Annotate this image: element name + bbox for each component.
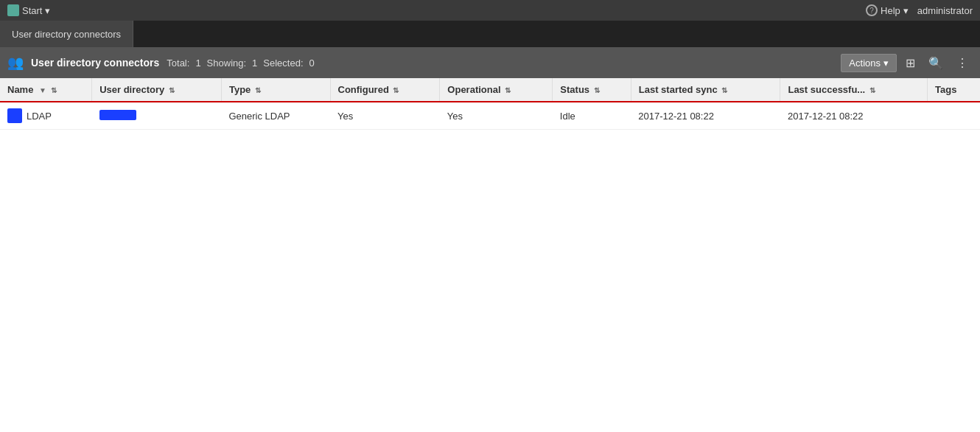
toolbar-right: Actions ▾ ⊞ 🔍 ⋮: [841, 53, 973, 73]
operational-value: Yes: [447, 111, 463, 122]
name-filter-icon[interactable]: ⇅: [51, 86, 57, 94]
showing-label: Showing:: [207, 58, 246, 69]
last-started-sync-value: 2017-12-21 08:22: [638, 111, 714, 122]
configured-filter-icon[interactable]: ⇅: [393, 86, 399, 94]
search-button[interactable]: 🔍: [924, 53, 948, 73]
col-tags: Tags: [928, 78, 980, 102]
more-options-button[interactable]: ⋮: [952, 53, 973, 73]
help-label: Help: [881, 5, 900, 16]
start-label: Start: [22, 5, 42, 16]
table-container: Name ▼ ⇅ User directory ⇅ Type ⇅ Configu…: [0, 78, 980, 130]
user-label: administrator: [917, 5, 973, 16]
col-last-started-sync-label: Last started sync: [639, 84, 718, 95]
selected-value: 0: [309, 58, 315, 69]
last-successful-value: 2017-12-21 08:22: [788, 111, 864, 122]
user-directory-filter-icon[interactable]: ⇅: [169, 86, 175, 94]
name-sort-icon[interactable]: ▼: [39, 86, 46, 94]
top-bar-left: Start ▾: [7, 4, 50, 16]
col-user-directory[interactable]: User directory ⇅: [92, 78, 222, 102]
col-user-directory-label: User directory: [99, 84, 164, 95]
configured-value: Yes: [337, 111, 353, 122]
table-row[interactable]: LDAP Generic LDAP Yes Yes Idle: [0, 102, 980, 130]
status-filter-icon[interactable]: ⇅: [594, 86, 600, 94]
toolbar-left: 👥 User directory connectors Total: 1 Sho…: [7, 55, 315, 71]
operational-filter-icon[interactable]: ⇅: [505, 86, 511, 94]
col-configured[interactable]: Configured ⇅: [330, 78, 440, 102]
toolbar-title: User directory connectors: [31, 57, 159, 69]
toolbar: 👥 User directory connectors Total: 1 Sho…: [0, 47, 980, 78]
breadcrumb-bar: User directory connectors: [0, 21, 980, 47]
last-successful-filter-icon[interactable]: ⇅: [869, 86, 875, 94]
actions-dropdown-icon: ▾: [883, 58, 889, 69]
col-status-label: Status: [560, 84, 589, 95]
col-last-successful-label: Last successfu...: [788, 84, 865, 95]
breadcrumb-tab-label: User directory connectors: [12, 29, 121, 40]
type-filter-icon[interactable]: ⇅: [255, 86, 261, 94]
user-directory-link[interactable]: [99, 110, 136, 120]
actions-button[interactable]: Actions ▾: [841, 54, 897, 72]
last-started-sync-filter-icon[interactable]: ⇅: [721, 86, 727, 94]
type-value: Generic LDAP: [228, 111, 290, 122]
connectors-icon: 👥: [7, 55, 24, 71]
row-checkbox[interactable]: [7, 108, 22, 123]
cell-user-directory: [92, 102, 222, 130]
name-value: LDAP: [27, 111, 52, 122]
top-bar: Start ▾ ? Help ▾ administrator: [0, 0, 980, 21]
col-type[interactable]: Type ⇅: [221, 78, 330, 102]
grid-view-button[interactable]: ⊞: [901, 53, 920, 73]
col-name[interactable]: Name ▼ ⇅: [0, 78, 92, 102]
top-bar-right: ? Help ▾ administrator: [866, 4, 973, 16]
cell-name: LDAP: [0, 102, 92, 130]
col-type-label: Type: [229, 84, 251, 95]
cell-configured: Yes: [330, 102, 440, 130]
cell-tags: [928, 102, 980, 130]
start-button[interactable]: Start ▾: [7, 4, 50, 16]
total-label: Total:: [167, 58, 189, 69]
selected-label: Selected:: [263, 58, 303, 69]
col-tags-label: Tags: [935, 84, 956, 95]
toolbar-stats: Total: 1 Showing: 1 Selected: 0: [167, 58, 314, 69]
col-name-label: Name: [7, 84, 33, 95]
col-last-successful[interactable]: Last successfu... ⇅: [780, 78, 928, 102]
table-header-row: Name ▼ ⇅ User directory ⇅ Type ⇅ Configu…: [0, 78, 980, 102]
showing-value: 1: [252, 58, 257, 69]
status-value: Idle: [560, 111, 575, 122]
cell-last-started-sync: 2017-12-21 08:22: [631, 102, 780, 130]
cell-status: Idle: [553, 102, 631, 130]
actions-label: Actions: [849, 58, 881, 69]
total-value: 1: [195, 58, 200, 69]
col-status[interactable]: Status ⇅: [553, 78, 631, 102]
start-dropdown-icon: ▾: [45, 5, 50, 16]
start-icon: [7, 4, 19, 16]
help-dropdown-icon: ▾: [903, 5, 909, 16]
col-last-started-sync[interactable]: Last started sync ⇅: [631, 78, 780, 102]
connectors-table: Name ▼ ⇅ User directory ⇅ Type ⇅ Configu…: [0, 78, 980, 130]
col-operational-label: Operational: [447, 84, 500, 95]
help-icon: ?: [866, 4, 878, 16]
help-link[interactable]: ? Help ▾: [866, 4, 909, 16]
breadcrumb-tab[interactable]: User directory connectors: [0, 21, 133, 47]
cell-last-successful: 2017-12-21 08:22: [780, 102, 928, 130]
cell-type: Generic LDAP: [221, 102, 330, 130]
col-configured-label: Configured: [338, 84, 389, 95]
col-operational[interactable]: Operational ⇅: [440, 78, 553, 102]
cell-operational: Yes: [440, 102, 553, 130]
